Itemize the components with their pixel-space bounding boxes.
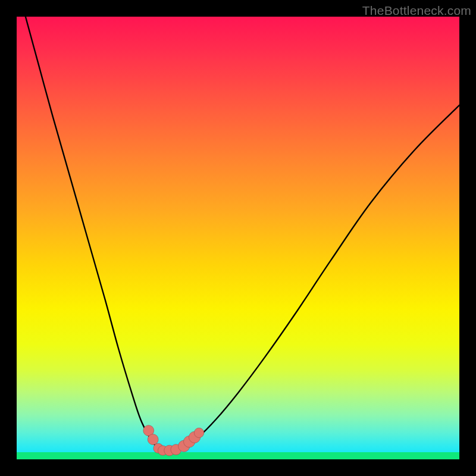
valley-markers (143, 425, 204, 456)
watermark-text: TheBottleneck.com (362, 4, 471, 18)
series-left-branch (26, 17, 167, 450)
valley-marker (148, 434, 158, 445)
chart-frame: TheBottleneck.com (0, 0, 476, 476)
series-right-branch (167, 105, 459, 450)
valley-marker (194, 428, 203, 437)
curve-layer (17, 17, 459, 459)
plot-area (17, 17, 459, 459)
